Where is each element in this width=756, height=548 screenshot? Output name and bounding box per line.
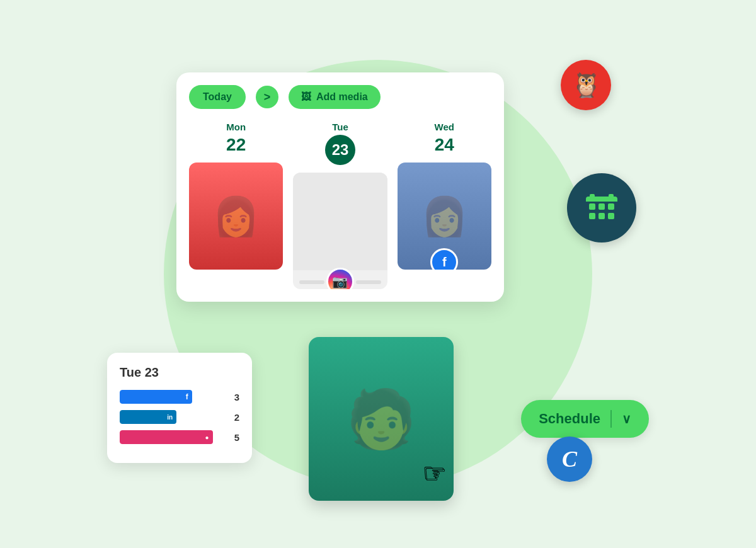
calendar-grid: Mon 22 👩 Tue 23 📷 <box>189 122 491 289</box>
stat-row-linkedin: in 2 <box>120 410 239 424</box>
next-arrow-button[interactable]: > <box>256 86 278 108</box>
contentful-badge: C <box>547 437 592 482</box>
stat-bar-fb: f <box>120 390 192 404</box>
day-col-mon: Mon 22 👩 <box>189 122 283 289</box>
calendar-icon-top <box>586 197 617 202</box>
today-button[interactable]: Today <box>189 85 246 109</box>
stat-count-ig: 5 <box>228 432 239 443</box>
day-number-tue: 23 <box>325 135 355 165</box>
stat-bar-container-fb: f <box>120 390 223 404</box>
footer-bar <box>356 280 381 284</box>
ig-bar-icon: ● <box>205 434 209 441</box>
add-media-label: Add media <box>316 91 368 103</box>
calendar-toolbar: Today > 🖼 Add media <box>189 85 491 109</box>
owl-icon: 🦉 <box>571 71 601 99</box>
stat-bar-li: in <box>120 410 176 424</box>
day-number-mon: 22 <box>226 135 246 155</box>
stat-row-instagram: ● 5 <box>120 430 239 444</box>
post-card-wed: 👩 f <box>398 163 491 270</box>
day-label-wed: Wed <box>435 122 454 132</box>
stat-count-li: 2 <box>228 412 239 423</box>
add-media-button[interactable]: 🖼 Add media <box>289 85 381 109</box>
calendar-icon-badge <box>567 173 636 243</box>
fb-bar-icon: f <box>186 392 188 401</box>
instagram-icon: 📷 <box>332 274 348 289</box>
stat-bar-ig: ● <box>120 430 213 444</box>
cal-dot <box>598 213 605 219</box>
stats-card: Tue 23 f 3 in 2 ● <box>107 353 252 463</box>
calendar-icon-dots <box>589 203 614 219</box>
stat-bar-container-li: in <box>120 410 223 424</box>
li-bar-icon: in <box>167 414 173 421</box>
cal-dot <box>608 203 614 210</box>
image-icon: 🖼 <box>301 91 311 103</box>
calendar-card: Today > 🖼 Add media Mon 22 👩 <box>176 72 504 302</box>
stat-row-facebook: f 3 <box>120 390 239 404</box>
post-card-tue: 📷 <box>293 173 387 289</box>
cal-dot <box>608 213 614 219</box>
cal-dot <box>589 213 595 219</box>
day-number-wed: 24 <box>435 135 454 155</box>
post-image-tue-empty <box>293 173 387 270</box>
day-label-mon: Mon <box>226 122 246 132</box>
facebook-icon: f <box>442 255 447 270</box>
schedule-divider <box>610 410 612 428</box>
scene: 🦉 C Today > 🖼 Add media <box>94 35 662 513</box>
footer-bar <box>299 280 324 284</box>
chevron-down-icon: ∨ <box>622 411 631 426</box>
stat-count-fb: 3 <box>228 392 239 402</box>
day-col-tue: Tue 23 📷 <box>293 122 387 289</box>
cal-dot <box>589 203 595 210</box>
contentful-c-icon: C <box>562 446 577 472</box>
post-image-mon: 👩 <box>189 163 283 270</box>
day-col-wed: Wed 24 👩 f <box>398 122 491 289</box>
post-card-mon: 👩 <box>189 163 283 270</box>
cursor-icon: ☞ <box>422 457 446 488</box>
stats-date: Tue 23 <box>120 365 239 380</box>
stat-bar-container-ig: ● <box>120 430 223 444</box>
schedule-button[interactable]: Schedule ∨ <box>521 400 649 438</box>
schedule-label: Schedule <box>539 411 600 427</box>
cal-dot <box>598 203 605 210</box>
day-label-tue: Tue <box>332 122 348 132</box>
hootsuite-badge: 🦉 <box>561 60 611 110</box>
calendar-icon-inner <box>586 197 617 219</box>
